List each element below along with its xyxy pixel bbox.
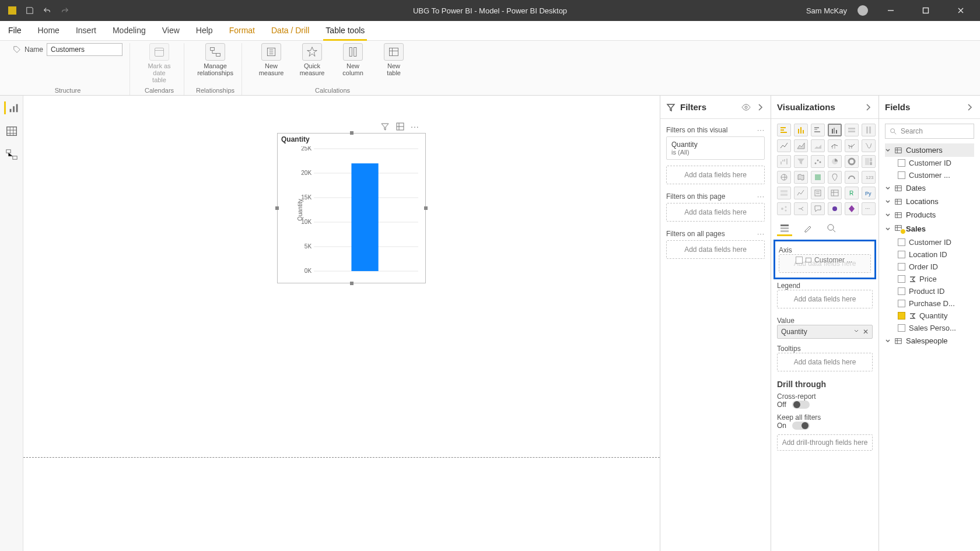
field-sales-customer-id[interactable]: Customer ID xyxy=(885,236,974,248)
remove-field-icon[interactable]: ✕ xyxy=(863,328,869,336)
slicer-icon[interactable] xyxy=(811,187,825,199)
line-stacked-column-icon[interactable] xyxy=(828,139,842,152)
new-column-button[interactable]: New column xyxy=(335,43,370,76)
maximize-button[interactable] xyxy=(914,0,938,21)
tab-table-tools[interactable]: Table tools xyxy=(317,20,373,40)
more-visuals-icon[interactable]: ··· xyxy=(862,202,876,215)
save-icon[interactable] xyxy=(26,6,34,15)
filter-card-quantity[interactable]: Quantity is (All) xyxy=(666,136,765,160)
waterfall-chart-icon[interactable] xyxy=(777,155,791,168)
shape-map-icon[interactable] xyxy=(811,171,825,184)
funnel-chart-icon[interactable] xyxy=(794,155,808,168)
donut-chart-icon[interactable] xyxy=(845,155,859,168)
visual-filter-dropzone[interactable]: Add data fields here xyxy=(666,166,765,184)
report-view-button[interactable] xyxy=(4,101,17,114)
field-sales-location-id[interactable]: Location ID xyxy=(885,248,974,261)
more-icon[interactable]: ··· xyxy=(757,192,765,201)
data-view-button[interactable] xyxy=(5,125,18,138)
drill-through-dropzone[interactable]: Add drill-through fields here xyxy=(777,434,873,451)
field-sales-salesperson[interactable]: Sales Perso... xyxy=(885,322,974,334)
table-customers[interactable]: Customers xyxy=(885,143,974,157)
table-locations[interactable]: Locations xyxy=(885,195,974,208)
all-filter-dropzone[interactable]: Add data fields here xyxy=(666,240,765,259)
qa-visual-icon[interactable] xyxy=(811,202,825,215)
field-sales-order-id[interactable]: Order ID xyxy=(885,261,974,273)
multirow-card-icon[interactable] xyxy=(777,187,791,199)
tab-data-drill[interactable]: Data / Drill xyxy=(263,20,317,40)
area-chart-icon[interactable] xyxy=(794,139,808,152)
close-button[interactable] xyxy=(949,0,973,21)
card-icon[interactable]: 123 xyxy=(862,171,876,184)
stacked-column-chart-icon[interactable] xyxy=(794,124,808,136)
table-dates[interactable]: Dates xyxy=(885,181,974,195)
tab-modeling[interactable]: Modeling xyxy=(104,20,154,40)
model-view-button[interactable] xyxy=(5,148,18,161)
python-visual-icon[interactable]: Py xyxy=(862,187,876,199)
collapse-panel-icon[interactable] xyxy=(863,103,873,112)
line-clustered-column-icon[interactable] xyxy=(845,139,859,152)
report-canvas[interactable]: ··· Quantity 0K5K10K15K20K25KQuantity xyxy=(23,96,660,551)
manage-relationships-button[interactable]: Manage relationships xyxy=(198,43,233,76)
chevron-down-icon[interactable] xyxy=(853,328,859,334)
gauge-icon[interactable] xyxy=(845,171,859,184)
table-sales[interactable]: Sales xyxy=(885,222,974,236)
eye-icon[interactable] xyxy=(741,103,751,112)
field-sales-quantity[interactable]: Quantity xyxy=(885,310,974,322)
new-table-button[interactable]: New table xyxy=(376,43,411,76)
focus-mode-icon[interactable] xyxy=(396,122,405,131)
more-options-icon[interactable]: ··· xyxy=(411,122,419,131)
page-filter-dropzone[interactable]: Add data fields here xyxy=(666,203,765,222)
format-tab-icon[interactable] xyxy=(800,221,816,236)
table-products[interactable]: Products xyxy=(885,208,974,222)
analytics-tab-icon[interactable] xyxy=(824,221,839,236)
column-chart-visual[interactable]: Quantity 0K5K10K15K20K25KQuantity xyxy=(277,133,426,283)
cross-report-toggle[interactable] xyxy=(792,401,810,409)
table-visual-icon[interactable] xyxy=(828,187,842,199)
decomposition-tree-icon[interactable] xyxy=(794,202,808,215)
tab-insert[interactable]: Insert xyxy=(68,20,104,40)
new-measure-button[interactable]: New measure xyxy=(254,43,289,76)
fields-search-input[interactable]: Search xyxy=(885,124,974,139)
power-apps-icon[interactable] xyxy=(845,202,859,215)
table-name-input[interactable] xyxy=(47,43,123,56)
treemap-icon[interactable] xyxy=(862,155,876,168)
hundred-stacked-bar-icon[interactable] xyxy=(845,124,859,136)
field-customer-id[interactable]: Customer ID xyxy=(885,157,974,169)
collapse-panel-icon[interactable] xyxy=(755,103,765,112)
redo-icon[interactable] xyxy=(61,6,69,15)
ribbon-chart-icon[interactable] xyxy=(862,139,876,152)
more-icon[interactable]: ··· xyxy=(757,230,765,238)
clustered-column-chart-icon[interactable] xyxy=(828,124,842,136)
field-sales-purchase-date[interactable]: Purchase D... xyxy=(885,297,974,310)
tab-home[interactable]: Home xyxy=(30,20,68,40)
filter-icon[interactable] xyxy=(380,122,390,131)
user-name[interactable]: Sam McKay xyxy=(806,6,847,15)
more-icon[interactable]: ··· xyxy=(757,126,765,134)
line-chart-icon[interactable] xyxy=(777,139,791,152)
avatar[interactable] xyxy=(858,5,868,16)
table-salespeople[interactable]: Salespeople xyxy=(885,334,974,348)
azure-map-icon[interactable] xyxy=(828,171,842,184)
pie-chart-icon[interactable] xyxy=(828,155,842,168)
tooltips-dropzone[interactable]: Add data fields here xyxy=(777,353,873,371)
keep-filters-toggle[interactable] xyxy=(792,422,810,430)
legend-dropzone[interactable]: Add data fields here xyxy=(777,290,873,308)
hundred-stacked-column-icon[interactable] xyxy=(862,124,876,136)
paginated-report-icon[interactable] xyxy=(828,202,842,215)
key-influencers-icon[interactable] xyxy=(777,202,791,215)
scatter-chart-icon[interactable] xyxy=(811,155,825,168)
stacked-area-chart-icon[interactable] xyxy=(811,139,825,152)
field-sales-product-id[interactable]: Product ID xyxy=(885,285,974,297)
axis-dropzone[interactable]: Add data fields here Customer ... xyxy=(779,254,871,273)
tab-view[interactable]: View xyxy=(154,20,188,40)
field-customer-name[interactable]: Customer ... xyxy=(885,169,974,181)
tab-file[interactable]: File xyxy=(0,20,30,40)
clustered-bar-chart-icon[interactable] xyxy=(811,124,825,136)
value-field-pill[interactable]: Quantity ✕ xyxy=(777,325,873,339)
field-sales-price[interactable]: Price xyxy=(885,273,974,285)
kpi-icon[interactable] xyxy=(794,187,808,199)
quick-measure-button[interactable]: Quick measure xyxy=(295,43,330,76)
map-icon[interactable] xyxy=(777,171,791,184)
collapse-panel-icon[interactable] xyxy=(965,103,974,112)
filled-map-icon[interactable] xyxy=(794,171,808,184)
